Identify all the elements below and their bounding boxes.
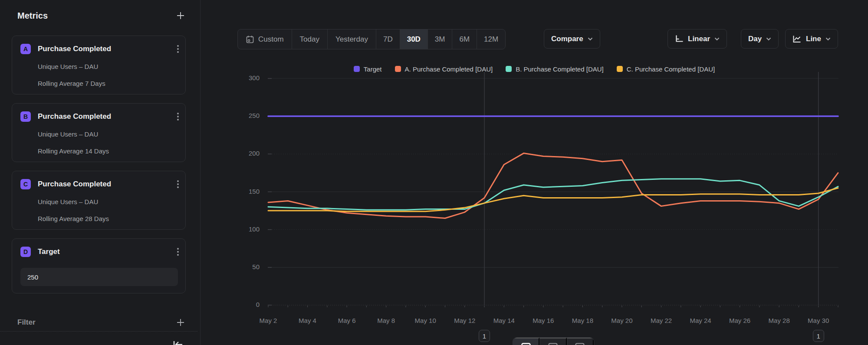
view-mode-chart[interactable]: [513, 338, 539, 345]
y-axis-label: 50: [220, 263, 260, 270]
annotation-badge[interactable]: 1: [813, 330, 824, 342]
x-axis-label: May 28: [760, 317, 799, 324]
details-view-icon: [575, 343, 585, 345]
y-axis-label: 0: [220, 301, 260, 308]
y-axis-label: 300: [220, 74, 260, 81]
x-axis-label: May 8: [367, 317, 406, 324]
x-axis-label: May 26: [720, 317, 760, 324]
x-axis-label: May 20: [602, 317, 641, 324]
y-axis-label: 100: [220, 225, 260, 233]
x-axis-label: May 24: [681, 317, 720, 324]
x-axis-label: May 12: [445, 317, 484, 324]
x-axis-label: May 22: [642, 317, 681, 324]
series-line-a: [268, 153, 838, 218]
y-axis-label: 250: [220, 112, 260, 119]
x-axis-label: May 18: [563, 317, 602, 324]
line-chart: [0, 0, 868, 345]
x-axis-label: May 30: [799, 317, 838, 324]
annotation-badge[interactable]: 1: [479, 330, 490, 342]
x-axis-label: May 14: [484, 317, 523, 324]
series-line-c: [268, 188, 838, 212]
x-axis-label: May 4: [288, 317, 327, 324]
x-axis-label: May 10: [406, 317, 445, 324]
x-axis-label: May 2: [249, 317, 288, 324]
view-mode-table[interactable]: [539, 338, 566, 345]
chart-view-icon: [521, 343, 531, 345]
x-axis-label: May 16: [524, 317, 563, 324]
y-axis-label: 150: [220, 188, 260, 195]
metrics-dashboard: Metrics A Purchase Completed Unique User…: [0, 0, 868, 345]
view-mode-toggle: [513, 337, 594, 345]
y-axis-label: 200: [220, 150, 260, 157]
table-view-icon: [548, 343, 558, 345]
view-mode-details[interactable]: [567, 338, 594, 345]
x-axis-label: May 6: [327, 317, 366, 324]
